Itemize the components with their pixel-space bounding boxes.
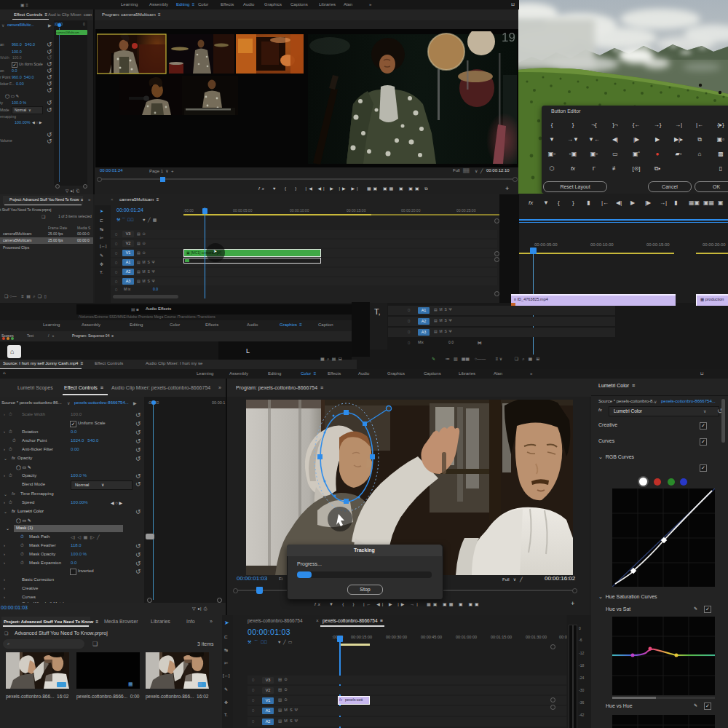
svg-text:19: 19 [502,31,515,44]
